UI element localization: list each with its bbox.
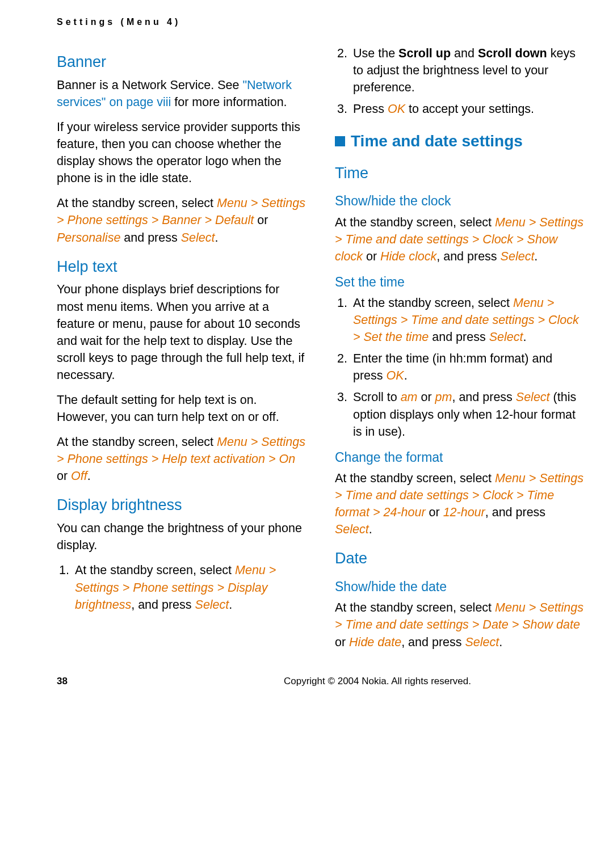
text: Press bbox=[353, 102, 388, 116]
text: or bbox=[363, 250, 380, 263]
key-select: Select bbox=[501, 250, 535, 263]
text: and press bbox=[120, 231, 180, 245]
heading-change-format: Change the format bbox=[335, 448, 585, 466]
text: to accept your settings. bbox=[405, 102, 534, 116]
text: or bbox=[426, 505, 443, 519]
step-2: Use the Scroll up and Scroll down keys t… bbox=[351, 45, 585, 96]
key-select: Select bbox=[181, 231, 215, 245]
text: . bbox=[229, 598, 232, 612]
opt-am: am bbox=[401, 390, 418, 404]
key-scroll-up: Scroll up bbox=[398, 47, 451, 60]
square-bullet-icon bbox=[335, 136, 345, 146]
step-3: Scroll to am or pm, and press Select (th… bbox=[351, 389, 585, 440]
key-select: Select bbox=[516, 390, 550, 404]
right-column: Use the Scroll up and Scroll down keys t… bbox=[335, 41, 585, 659]
step-1: At the standby screen, select Menu > Set… bbox=[351, 294, 585, 345]
key-select: Select bbox=[195, 598, 229, 612]
text: At the standby screen, select bbox=[57, 196, 217, 210]
help-p2: The default setting for help text is on.… bbox=[57, 391, 306, 425]
text: for more information. bbox=[171, 95, 287, 109]
text: . bbox=[87, 469, 91, 483]
text: or bbox=[254, 213, 268, 227]
heading-set-time: Set the time bbox=[335, 273, 585, 291]
text: , and press bbox=[485, 505, 545, 519]
text: At the standby screen, select bbox=[57, 435, 217, 449]
key-scroll-down: Scroll down bbox=[478, 47, 547, 60]
step-3: Press OK to accept your settings. bbox=[351, 100, 585, 117]
text: Use the bbox=[353, 47, 398, 60]
text: , and press bbox=[401, 635, 465, 649]
help-p1: Your phone displays brief descriptions f… bbox=[57, 281, 306, 384]
text: . bbox=[523, 330, 526, 344]
help-p3: At the standby screen, select Menu > Set… bbox=[57, 433, 306, 484]
copyright: Copyright © 2004 Nokia. All rights reser… bbox=[170, 676, 585, 687]
heading-show-hide-clock: Show/hide the clock bbox=[335, 192, 585, 210]
key-select: Select bbox=[335, 523, 369, 536]
heading-time: Time bbox=[335, 163, 585, 184]
brightness-steps-right: Use the Scroll up and Scroll down keys t… bbox=[335, 45, 585, 117]
text: At the standby screen, select bbox=[335, 601, 495, 614]
key-select: Select bbox=[489, 330, 523, 344]
text: and press bbox=[429, 330, 489, 344]
text: and bbox=[451, 47, 478, 60]
text: At the standby screen, select bbox=[353, 296, 513, 310]
text: At the standby screen, select bbox=[335, 216, 495, 229]
menu-path: Personalise bbox=[57, 231, 120, 245]
banner-p1: Banner is a Network Service. See "Networ… bbox=[57, 77, 306, 111]
heading-show-hide-date: Show/hide the date bbox=[335, 578, 585, 596]
showhide-clock-p: At the standby screen, select Menu > Set… bbox=[335, 214, 585, 265]
text: , and press bbox=[452, 390, 515, 404]
key-ok: OK bbox=[388, 102, 405, 116]
heading-display-brightness: Display brightness bbox=[57, 495, 306, 516]
opt-pm: pm bbox=[435, 390, 452, 404]
content-columns: Banner Banner is a Network Service. See … bbox=[57, 41, 585, 659]
page-number: 38 bbox=[57, 676, 170, 687]
step-2: Enter the time (in hh:mm format) and pre… bbox=[351, 350, 585, 384]
step-1: At the standby screen, select Menu > Set… bbox=[73, 562, 306, 613]
bright-p1: You can change the brightness of your ph… bbox=[57, 520, 306, 554]
heading-banner: Banner bbox=[57, 52, 306, 73]
banner-p3: At the standby screen, select Menu > Set… bbox=[57, 195, 306, 246]
menu-path: Hide date bbox=[349, 635, 401, 649]
menu-path: 12-hour bbox=[443, 505, 485, 519]
banner-p2: If your wireless service provider suppor… bbox=[57, 119, 306, 187]
key-ok: OK bbox=[387, 369, 404, 382]
left-column: Banner Banner is a Network Service. See … bbox=[57, 41, 306, 659]
section-time-date: Time and date settings bbox=[335, 130, 585, 152]
text: . bbox=[404, 369, 408, 382]
brightness-steps-left: At the standby screen, select Menu > Set… bbox=[57, 562, 306, 613]
page-footer: 38 Copyright © 2004 Nokia. All rights re… bbox=[57, 676, 585, 687]
text: Enter the time (in hh:mm format) and pre… bbox=[353, 352, 552, 382]
text: or bbox=[57, 469, 71, 483]
text: , and press bbox=[436, 250, 500, 263]
key-select: Select bbox=[465, 635, 499, 649]
change-format-p: At the standby screen, select Menu > Set… bbox=[335, 470, 585, 538]
heading-date: Date bbox=[335, 548, 585, 570]
showhide-date-p: At the standby screen, select Menu > Set… bbox=[335, 599, 585, 650]
section-title-text: Time and date settings bbox=[351, 130, 523, 152]
text: or bbox=[418, 390, 435, 404]
text: . bbox=[369, 523, 372, 536]
menu-path: Off bbox=[71, 469, 87, 483]
text: . bbox=[215, 231, 218, 245]
text: At the standby screen, select bbox=[75, 563, 235, 577]
text: Scroll to bbox=[353, 390, 401, 404]
text: , and press bbox=[131, 598, 195, 612]
menu-path: Hide clock bbox=[380, 250, 436, 263]
heading-help-text: Help text bbox=[57, 256, 306, 278]
text: or bbox=[335, 635, 349, 649]
settime-steps: At the standby screen, select Menu > Set… bbox=[335, 294, 585, 440]
page-header: Settings (Menu 4) bbox=[57, 17, 585, 27]
text: . bbox=[499, 635, 502, 649]
text: Banner is a Network Service. See bbox=[57, 78, 242, 92]
text: . bbox=[534, 250, 538, 263]
text: At the standby screen, select bbox=[335, 471, 495, 485]
